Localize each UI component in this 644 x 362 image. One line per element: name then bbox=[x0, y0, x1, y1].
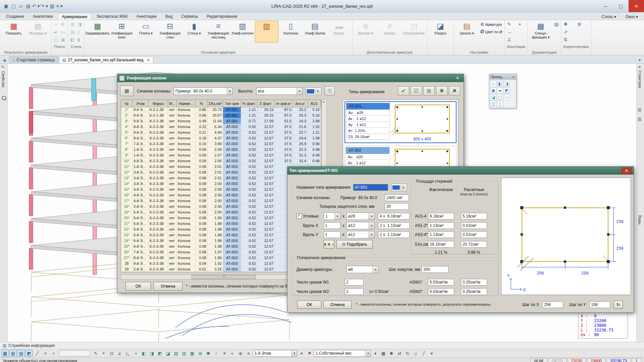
filter-button[interactable]: ▽ bbox=[325, 86, 335, 96]
projection-icon-11[interactable]: ▯ bbox=[497, 101, 503, 107]
toolbar-icon-b16[interactable]: ○ bbox=[213, 350, 220, 357]
ribbon-button-section-cut[interactable]: ◪Разрез bbox=[429, 21, 452, 43]
stirrup-diam-combobox[interactable]: ø8 bbox=[346, 266, 379, 273]
type-color-combobox[interactable] bbox=[391, 184, 407, 191]
pin-icon[interactable]: ✎ bbox=[1, 65, 4, 69]
toolbar-icon-b17[interactable]: ☀ bbox=[221, 350, 228, 357]
ok-button[interactable]: ОК bbox=[125, 282, 151, 291]
check-type-button[interactable]: ☑ bbox=[411, 86, 422, 96]
pick-button[interactable]: ⊞Подобрать bbox=[336, 240, 373, 249]
dialog-title-bar[interactable]: Тип армированияАТ-001 ✕ bbox=[287, 167, 634, 175]
qat-button-6[interactable]: ↷ ▾ bbox=[41, 2, 48, 10]
collapse-icon[interactable]: ◂ bbox=[638, 64, 640, 69]
ribbon-button-unify-slabs[interactable]: ⊞Унификация плит bbox=[110, 21, 133, 43]
ribbon-button-slab-tool-2[interactable]: ▰ bbox=[53, 28, 58, 36]
type-settings-button[interactable]: ✱ bbox=[436, 86, 447, 96]
projection-icon-9[interactable]: ▭ bbox=[504, 94, 510, 100]
palette-close-icon[interactable]: ✕ bbox=[512, 75, 515, 79]
table-row[interactable]: 8*1-й Э...К-2-3-38нетКолона0.092.09AT-00… bbox=[121, 147, 321, 153]
ribbon-button-wall-tool-6[interactable]: ▮ bbox=[76, 36, 81, 43]
tab-scroll-icon[interactable]: ▾ bbox=[637, 58, 643, 63]
qat-button-1[interactable]: ▣ bbox=[3, 2, 9, 10]
toolbar-icon-b12[interactable]: ▥ bbox=[180, 350, 188, 357]
stepx-input[interactable]: 256 bbox=[542, 301, 563, 308]
toolbar-icon-c5[interactable]: ◇ bbox=[412, 350, 419, 357]
ribbon-button-framing[interactable]: ◳Обрамление bbox=[402, 21, 426, 43]
ribbon-button-unify-columns[interactable]: ▥Униф.колонн bbox=[231, 21, 254, 43]
ribbon-tab-6[interactable]: Вид bbox=[161, 13, 177, 20]
ribbon-button-scale[interactable]: ▤Шкала ▾ bbox=[455, 21, 479, 43]
section-combobox[interactable]: Прямоуг 60.0x 40.0 bbox=[174, 87, 233, 95]
alongy-count-input[interactable]: 1 bbox=[324, 231, 340, 238]
projection-icon-3[interactable]: ◨ bbox=[504, 81, 510, 87]
toolbar-icon-b10[interactable]: ◪ bbox=[164, 350, 172, 357]
ribbon-button-column-display-toggle[interactable]: ▥ bbox=[255, 21, 278, 43]
ribbon-button-details[interactable]: ⊕Детали ▾ bbox=[354, 21, 377, 43]
ribbon-button-slab-tool-5[interactable]: ▭ bbox=[60, 28, 66, 36]
cancel-button[interactable]: Отмена bbox=[323, 301, 352, 309]
alongx-diam-combobox[interactable]: ø12 bbox=[346, 222, 375, 229]
ribbon-button-unify-walls[interactable]: ⊟Унификация стен bbox=[158, 21, 182, 43]
toolbar-icon-c4[interactable]: ↻ bbox=[404, 350, 411, 357]
toolbar-icon-a3[interactable]: ▨ bbox=[17, 350, 25, 357]
ribbon-tab-4[interactable]: Экспертиза ЖБК bbox=[92, 13, 131, 20]
scrollbar-thumb[interactable]: ☰ bbox=[192, 275, 256, 279]
ribbon-button-wall-tool-5[interactable]: ▯ bbox=[76, 28, 81, 36]
projection-icon-2[interactable]: ◧ bbox=[497, 81, 503, 87]
toolbar-icon-c6[interactable]: ╱ bbox=[420, 350, 427, 357]
qat-button-7[interactable]: ▥ bbox=[49, 2, 55, 10]
type-name-input[interactable]: AT-001 bbox=[353, 184, 388, 191]
cancel-button[interactable]: Отмена bbox=[154, 282, 182, 291]
ribbon-button-slab-tool-4[interactable]: ⊞ bbox=[60, 21, 66, 28]
ribbon-button-slab-tool-3[interactable]: ◫ bbox=[53, 36, 59, 43]
loadcase-flag-icon[interactable]: ⚑ bbox=[306, 350, 313, 357]
layers-icon[interactable]: ▥ bbox=[638, 117, 641, 121]
stirrup-step-input[interactable]: 200 bbox=[422, 266, 448, 273]
floor-menu-icon[interactable]: ▾ bbox=[298, 350, 305, 357]
document-tab-1[interactable]: ⌂Стартовая страница bbox=[9, 56, 58, 63]
service-info-icon[interactable]: ▤ bbox=[3, 343, 6, 348]
book-icon[interactable]: ▤ bbox=[638, 107, 641, 112]
ribbon-tab-2[interactable]: Аналитика bbox=[29, 13, 57, 20]
toolbar-icon-b9[interactable]: ◩ bbox=[156, 350, 164, 357]
ribbon-tab-8[interactable]: Редактирование bbox=[203, 13, 241, 20]
ribbon-button-specification[interactable]: ▦Специ- фикация ▾ bbox=[529, 21, 552, 43]
toolbar-icon-a7[interactable]: ≈ bbox=[50, 350, 57, 357]
toolbar-icon-b1[interactable]: ✎ bbox=[92, 350, 99, 357]
ribbon-button-cage[interactable]: #Каркас bbox=[378, 21, 401, 43]
ribbon-button-wall-tool-1[interactable]: ▥ bbox=[69, 21, 75, 28]
toolbar-icon-b3[interactable]: ⊡ bbox=[108, 350, 115, 357]
toolbar-icon-b2[interactable]: ⌖ bbox=[100, 350, 107, 357]
ribbon-button-beam[interactable]: ▬Балка bbox=[327, 21, 351, 43]
document-tab-2[interactable]: ▤27_колони_балки_res.spf:Загальний вид✕ bbox=[59, 56, 153, 63]
toolbar-icon-a5[interactable]: ╱ bbox=[34, 350, 41, 357]
qat-button-4[interactable]: ▤ bbox=[25, 2, 32, 10]
ribbon-button-mosaic[interactable]: ▩Мозаика ▾ bbox=[26, 21, 50, 43]
projection-icon-10[interactable]: ◫ bbox=[490, 101, 496, 107]
type-card-1[interactable]: AT-001Au ø28Ax 1 ø12Ay 1 ø12A= 1.21%ΣS 2… bbox=[344, 101, 457, 143]
edit-sections-button[interactable]: ▦ bbox=[120, 85, 133, 96]
dialog-title-bar[interactable]: Унификация колонн ✕ bbox=[117, 74, 464, 82]
sidebar-tab-properties[interactable]: Свойства bbox=[1, 71, 5, 87]
toolbar-icon-b19[interactable]: ⊕ bbox=[237, 350, 244, 357]
ribbon-button-slab-tool-1[interactable]: ▱ bbox=[53, 21, 58, 28]
toolbar-icon-c2[interactable]: ✱ bbox=[388, 350, 395, 357]
ribbon-button-copy[interactable]: ⇗ bbox=[562, 28, 569, 36]
ribbon-menu-1[interactable]: Стиль ▾ bbox=[597, 13, 620, 20]
ribbon-button-slab-tool-6[interactable]: ▣ bbox=[60, 36, 66, 43]
table-row[interactable]: 10*4-й Э...К-2-3-38нетКолона0.092.05AT-0… bbox=[121, 159, 321, 164]
alongy-diam-combobox[interactable]: ø12 bbox=[346, 231, 375, 238]
table-row[interactable]: 5*9-й Э...К-2-3-38нетКолона0.214.94AT-00… bbox=[121, 130, 321, 136]
toolbar-icon-c3[interactable]: ⇄ bbox=[396, 350, 403, 357]
loadcase-combobox[interactable]: 1.Собственный вес bbox=[314, 350, 371, 357]
ribbon-tab-5[interactable]: Аннотации bbox=[132, 13, 161, 20]
toolbar-icon-b5[interactable]: ◺ bbox=[124, 350, 131, 357]
ribbon-button-wall-tool-4[interactable]: ◨ bbox=[76, 21, 83, 28]
palette-button[interactable] bbox=[324, 240, 334, 249]
toolbar-icon-c7[interactable]: ▾ bbox=[428, 350, 435, 357]
ribbon-button-doc-table[interactable]: ▤ bbox=[553, 21, 559, 28]
ribbon-tab-7[interactable]: Сервисы bbox=[177, 13, 202, 20]
toolbar-icon-a2[interactable]: ▧ bbox=[9, 350, 17, 357]
doc-nav-icon[interactable]: ◈ bbox=[1, 58, 8, 63]
table-row[interactable]: 2*9-й Э...К-2-1-38нетКолона0.8620.67AT-0… bbox=[121, 113, 321, 119]
